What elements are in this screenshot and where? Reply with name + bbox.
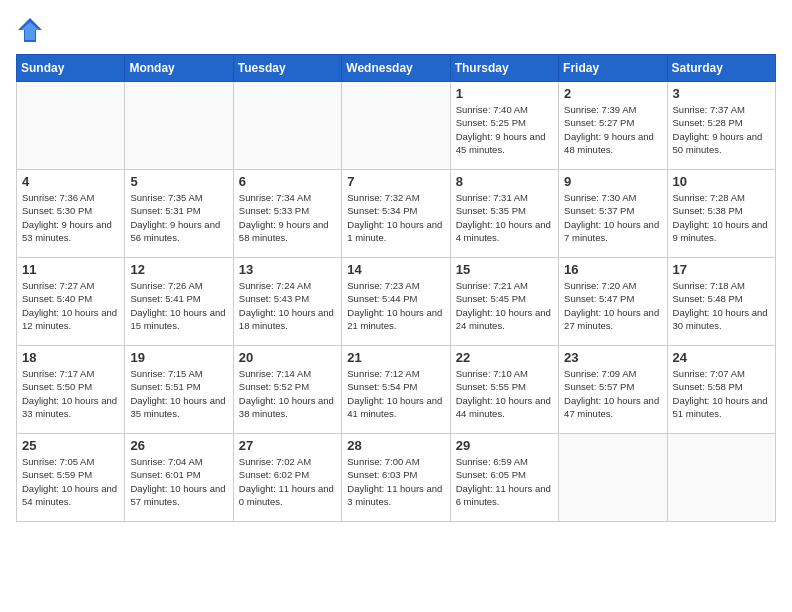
day-info: Sunrise: 7:10 AM Sunset: 5:55 PM Dayligh… <box>456 367 553 420</box>
day-number: 15 <box>456 262 553 277</box>
day-info: Sunrise: 7:24 AM Sunset: 5:43 PM Dayligh… <box>239 279 336 332</box>
calendar-cell: 13Sunrise: 7:24 AM Sunset: 5:43 PM Dayli… <box>233 258 341 346</box>
day-number: 16 <box>564 262 661 277</box>
calendar-table: SundayMondayTuesdayWednesdayThursdayFrid… <box>16 54 776 522</box>
calendar-cell: 25Sunrise: 7:05 AM Sunset: 5:59 PM Dayli… <box>17 434 125 522</box>
day-number: 4 <box>22 174 119 189</box>
day-info: Sunrise: 7:32 AM Sunset: 5:34 PM Dayligh… <box>347 191 444 244</box>
calendar-week-row: 4Sunrise: 7:36 AM Sunset: 5:30 PM Daylig… <box>17 170 776 258</box>
day-info: Sunrise: 7:40 AM Sunset: 5:25 PM Dayligh… <box>456 103 553 156</box>
day-of-week-header: Friday <box>559 55 667 82</box>
calendar-cell: 11Sunrise: 7:27 AM Sunset: 5:40 PM Dayli… <box>17 258 125 346</box>
day-info: Sunrise: 7:02 AM Sunset: 6:02 PM Dayligh… <box>239 455 336 508</box>
day-info: Sunrise: 7:30 AM Sunset: 5:37 PM Dayligh… <box>564 191 661 244</box>
calendar-cell <box>667 434 775 522</box>
day-number: 3 <box>673 86 770 101</box>
day-info: Sunrise: 7:35 AM Sunset: 5:31 PM Dayligh… <box>130 191 227 244</box>
calendar-cell <box>342 82 450 170</box>
calendar-cell: 15Sunrise: 7:21 AM Sunset: 5:45 PM Dayli… <box>450 258 558 346</box>
calendar-cell <box>17 82 125 170</box>
calendar-cell: 24Sunrise: 7:07 AM Sunset: 5:58 PM Dayli… <box>667 346 775 434</box>
day-number: 27 <box>239 438 336 453</box>
day-info: Sunrise: 7:23 AM Sunset: 5:44 PM Dayligh… <box>347 279 444 332</box>
day-number: 1 <box>456 86 553 101</box>
calendar-week-row: 1Sunrise: 7:40 AM Sunset: 5:25 PM Daylig… <box>17 82 776 170</box>
day-number: 20 <box>239 350 336 365</box>
day-info: Sunrise: 7:00 AM Sunset: 6:03 PM Dayligh… <box>347 455 444 508</box>
day-info: Sunrise: 7:26 AM Sunset: 5:41 PM Dayligh… <box>130 279 227 332</box>
calendar-cell: 14Sunrise: 7:23 AM Sunset: 5:44 PM Dayli… <box>342 258 450 346</box>
calendar-week-row: 18Sunrise: 7:17 AM Sunset: 5:50 PM Dayli… <box>17 346 776 434</box>
day-number: 2 <box>564 86 661 101</box>
calendar-cell: 6Sunrise: 7:34 AM Sunset: 5:33 PM Daylig… <box>233 170 341 258</box>
day-info: Sunrise: 7:20 AM Sunset: 5:47 PM Dayligh… <box>564 279 661 332</box>
day-of-week-header: Sunday <box>17 55 125 82</box>
day-number: 18 <box>22 350 119 365</box>
calendar-cell: 18Sunrise: 7:17 AM Sunset: 5:50 PM Dayli… <box>17 346 125 434</box>
day-number: 7 <box>347 174 444 189</box>
day-info: Sunrise: 7:04 AM Sunset: 6:01 PM Dayligh… <box>130 455 227 508</box>
day-info: Sunrise: 7:18 AM Sunset: 5:48 PM Dayligh… <box>673 279 770 332</box>
calendar-week-row: 25Sunrise: 7:05 AM Sunset: 5:59 PM Dayli… <box>17 434 776 522</box>
calendar-cell: 17Sunrise: 7:18 AM Sunset: 5:48 PM Dayli… <box>667 258 775 346</box>
calendar-cell: 10Sunrise: 7:28 AM Sunset: 5:38 PM Dayli… <box>667 170 775 258</box>
day-info: Sunrise: 7:34 AM Sunset: 5:33 PM Dayligh… <box>239 191 336 244</box>
calendar-week-row: 11Sunrise: 7:27 AM Sunset: 5:40 PM Dayli… <box>17 258 776 346</box>
calendar-cell: 23Sunrise: 7:09 AM Sunset: 5:57 PM Dayli… <box>559 346 667 434</box>
calendar-cell: 4Sunrise: 7:36 AM Sunset: 5:30 PM Daylig… <box>17 170 125 258</box>
day-number: 12 <box>130 262 227 277</box>
day-number: 5 <box>130 174 227 189</box>
calendar-cell: 5Sunrise: 7:35 AM Sunset: 5:31 PM Daylig… <box>125 170 233 258</box>
day-number: 25 <box>22 438 119 453</box>
day-of-week-header: Tuesday <box>233 55 341 82</box>
calendar-cell: 20Sunrise: 7:14 AM Sunset: 5:52 PM Dayli… <box>233 346 341 434</box>
day-info: Sunrise: 7:17 AM Sunset: 5:50 PM Dayligh… <box>22 367 119 420</box>
calendar-cell <box>125 82 233 170</box>
day-number: 13 <box>239 262 336 277</box>
day-info: Sunrise: 7:21 AM Sunset: 5:45 PM Dayligh… <box>456 279 553 332</box>
day-of-week-header: Saturday <box>667 55 775 82</box>
calendar-cell: 2Sunrise: 7:39 AM Sunset: 5:27 PM Daylig… <box>559 82 667 170</box>
calendar-cell: 19Sunrise: 7:15 AM Sunset: 5:51 PM Dayli… <box>125 346 233 434</box>
calendar-cell: 27Sunrise: 7:02 AM Sunset: 6:02 PM Dayli… <box>233 434 341 522</box>
calendar-cell: 28Sunrise: 7:00 AM Sunset: 6:03 PM Dayli… <box>342 434 450 522</box>
logo <box>16 16 48 44</box>
day-info: Sunrise: 7:36 AM Sunset: 5:30 PM Dayligh… <box>22 191 119 244</box>
calendar-cell <box>559 434 667 522</box>
calendar-cell: 8Sunrise: 7:31 AM Sunset: 5:35 PM Daylig… <box>450 170 558 258</box>
day-number: 26 <box>130 438 227 453</box>
day-number: 28 <box>347 438 444 453</box>
day-number: 8 <box>456 174 553 189</box>
day-info: Sunrise: 7:31 AM Sunset: 5:35 PM Dayligh… <box>456 191 553 244</box>
calendar-body: 1Sunrise: 7:40 AM Sunset: 5:25 PM Daylig… <box>17 82 776 522</box>
day-number: 29 <box>456 438 553 453</box>
day-number: 22 <box>456 350 553 365</box>
day-info: Sunrise: 7:12 AM Sunset: 5:54 PM Dayligh… <box>347 367 444 420</box>
calendar-cell: 16Sunrise: 7:20 AM Sunset: 5:47 PM Dayli… <box>559 258 667 346</box>
calendar-cell <box>233 82 341 170</box>
day-number: 21 <box>347 350 444 365</box>
day-number: 19 <box>130 350 227 365</box>
day-number: 11 <box>22 262 119 277</box>
day-info: Sunrise: 7:15 AM Sunset: 5:51 PM Dayligh… <box>130 367 227 420</box>
day-of-week-header: Thursday <box>450 55 558 82</box>
day-number: 10 <box>673 174 770 189</box>
day-of-week-header: Wednesday <box>342 55 450 82</box>
day-info: Sunrise: 7:14 AM Sunset: 5:52 PM Dayligh… <box>239 367 336 420</box>
calendar-cell: 1Sunrise: 7:40 AM Sunset: 5:25 PM Daylig… <box>450 82 558 170</box>
calendar-cell: 29Sunrise: 6:59 AM Sunset: 6:05 PM Dayli… <box>450 434 558 522</box>
day-number: 23 <box>564 350 661 365</box>
calendar-cell: 22Sunrise: 7:10 AM Sunset: 5:55 PM Dayli… <box>450 346 558 434</box>
day-number: 24 <box>673 350 770 365</box>
day-of-week-header: Monday <box>125 55 233 82</box>
day-number: 9 <box>564 174 661 189</box>
calendar-cell: 26Sunrise: 7:04 AM Sunset: 6:01 PM Dayli… <box>125 434 233 522</box>
calendar-cell: 3Sunrise: 7:37 AM Sunset: 5:28 PM Daylig… <box>667 82 775 170</box>
day-info: Sunrise: 7:28 AM Sunset: 5:38 PM Dayligh… <box>673 191 770 244</box>
day-number: 6 <box>239 174 336 189</box>
day-info: Sunrise: 7:37 AM Sunset: 5:28 PM Dayligh… <box>673 103 770 156</box>
logo-icon <box>16 16 44 44</box>
days-of-week-row: SundayMondayTuesdayWednesdayThursdayFrid… <box>17 55 776 82</box>
day-number: 14 <box>347 262 444 277</box>
day-info: Sunrise: 7:39 AM Sunset: 5:27 PM Dayligh… <box>564 103 661 156</box>
